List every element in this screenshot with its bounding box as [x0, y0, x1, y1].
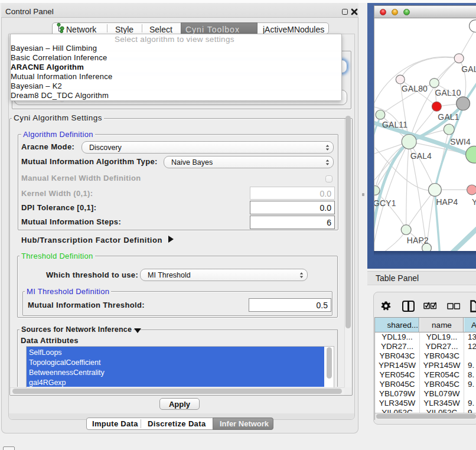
- svg-text:GAL4: GAL4: [410, 151, 432, 161]
- svg-text:HAP4: HAP4: [436, 197, 458, 207]
- svg-text:HAP2: HAP2: [407, 236, 429, 245]
- svg-text:GCY1: GCY1: [374, 198, 396, 208]
- svg-text:GAL7: GAL7: [461, 64, 476, 74]
- svg-text:GAL80: GAL80: [402, 84, 428, 93]
- svg-text:YM: YM: [472, 197, 476, 207]
- svg-text:GAL1: GAL1: [438, 112, 459, 122]
- svg-text:SWI4: SWI4: [450, 137, 471, 146]
- svg-text:GAL11: GAL11: [382, 120, 407, 129]
- svg-text:GAL10: GAL10: [435, 88, 461, 97]
